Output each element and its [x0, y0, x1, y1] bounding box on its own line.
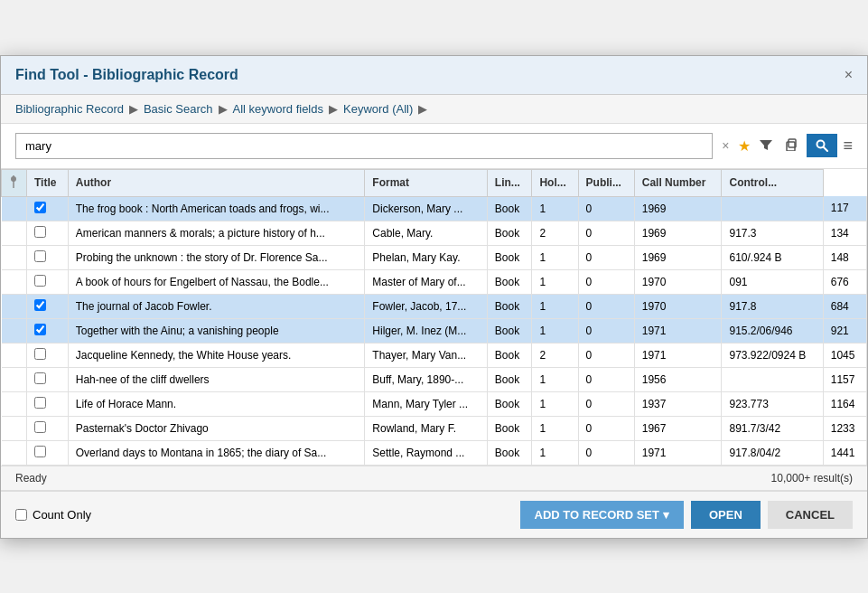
table-row[interactable]: Together with the Ainu; a vanishing peop…	[2, 318, 867, 343]
row-format: Book	[487, 391, 532, 416]
open-button[interactable]: OPEN	[691, 501, 761, 529]
row-check-cell[interactable]	[27, 221, 69, 245]
col-pin	[2, 169, 27, 196]
breadcrumb-sep-0: ▶	[129, 102, 138, 116]
table-row[interactable]: Pasternak's Doctor Zhivago Rowland, Mary…	[2, 416, 867, 440]
row-pin-cell	[2, 245, 27, 269]
find-tool-dialog: Find Tool - Bibliographic Record × Bibli…	[0, 55, 868, 539]
row-callnum	[722, 196, 823, 221]
clear-search-button[interactable]: ×	[718, 135, 733, 156]
filter-icon	[760, 138, 772, 151]
table-row[interactable]: A book of hours for Engelbert of Nassau,…	[2, 269, 867, 294]
row-checkbox[interactable]	[34, 324, 46, 335]
close-button[interactable]: ×	[845, 67, 853, 83]
search-execute-button[interactable]	[807, 134, 837, 157]
row-checkbox[interactable]	[34, 299, 46, 311]
dialog-title: Find Tool - Bibliographic Record	[15, 67, 238, 83]
row-control: 1233	[823, 416, 866, 440]
row-hol: 0	[578, 440, 634, 465]
filter-button[interactable]	[756, 135, 776, 157]
row-author: Dickerson, Mary ...	[365, 196, 488, 221]
table-row[interactable]: Overland days to Montana in 1865; the di…	[2, 440, 867, 465]
row-pin-cell	[2, 440, 27, 465]
table-row[interactable]: The journal of Jacob Fowler. Fowler, Jac…	[2, 294, 867, 318]
col-author[interactable]: Author	[68, 169, 365, 196]
row-check-cell[interactable]	[27, 196, 69, 221]
breadcrumb-sep-2: ▶	[329, 102, 338, 116]
copy-button[interactable]	[781, 135, 801, 157]
row-check-cell[interactable]	[27, 318, 69, 343]
row-author: Cable, Mary.	[365, 221, 488, 245]
row-check-cell[interactable]	[27, 391, 69, 416]
col-callnum[interactable]: Call Number	[634, 169, 722, 196]
row-checkbox[interactable]	[34, 397, 46, 409]
row-checkbox[interactable]	[34, 202, 46, 213]
col-title[interactable]: Title	[27, 169, 69, 196]
row-checkbox[interactable]	[34, 446, 46, 457]
col-lin[interactable]: Lin...	[487, 169, 532, 196]
breadcrumb-sep-1: ▶	[219, 102, 228, 116]
count-only-text: Count Only	[33, 508, 91, 522]
svg-marker-0	[760, 140, 772, 150]
svg-line-4	[824, 147, 828, 152]
breadcrumb-item-1[interactable]: Basic Search	[144, 102, 213, 116]
row-checkbox[interactable]	[34, 348, 46, 360]
row-callnum: 610/.924 B	[722, 245, 823, 269]
table-row[interactable]: Life of Horace Mann. Mann, Mary Tyler ..…	[2, 391, 867, 416]
row-hol: 0	[578, 245, 634, 269]
col-hol[interactable]: Hol...	[532, 169, 578, 196]
cancel-button[interactable]: CANCEL	[768, 501, 853, 529]
results-table-container[interactable]: Title Author Format Lin... Hol... Publi.…	[1, 169, 867, 466]
col-publi[interactable]: Publi...	[578, 169, 634, 196]
table-row[interactable]: The frog book : North American toads and…	[2, 196, 867, 221]
search-input[interactable]	[15, 133, 713, 159]
row-control: 921	[823, 318, 866, 343]
count-only-label[interactable]: Count Only	[15, 508, 91, 522]
status-bar: Ready 10,000+ result(s)	[1, 466, 867, 491]
breadcrumb-item-0[interactable]: Bibliographic Record	[15, 102, 124, 116]
row-lin: 1	[532, 367, 578, 391]
row-checkbox[interactable]	[34, 250, 46, 262]
row-author: Settle, Raymond ...	[365, 440, 488, 465]
table-row[interactable]: American manners & morals; a picture his…	[2, 221, 867, 245]
row-hol: 0	[578, 196, 634, 221]
row-check-cell[interactable]	[27, 343, 69, 367]
row-check-cell[interactable]	[27, 245, 69, 269]
col-format[interactable]: Format	[365, 169, 488, 196]
row-title: American manners & morals; a picture his…	[68, 221, 365, 245]
row-checkbox[interactable]	[34, 372, 46, 384]
row-title: The journal of Jacob Fowler.	[68, 294, 365, 318]
row-publi: 1969	[634, 196, 722, 221]
row-lin: 1	[532, 318, 578, 343]
col-control[interactable]: Control...	[722, 169, 823, 196]
footer-buttons: ADD TO RECORD SET ▾ OPEN CANCEL	[520, 501, 853, 529]
row-pin-cell	[2, 343, 27, 367]
row-hol: 0	[578, 294, 634, 318]
breadcrumb-item-3[interactable]: Keyword (All)	[343, 102, 413, 116]
row-checkbox[interactable]	[34, 275, 46, 287]
row-callnum: 973.922/0924 B	[722, 343, 823, 367]
count-only-checkbox[interactable]	[15, 509, 27, 521]
results-count: 10,000+ result(s)	[771, 472, 853, 485]
row-publi: 1969	[634, 221, 722, 245]
breadcrumb-item-2[interactable]: All keyword fields	[233, 102, 323, 116]
table-row[interactable]: Hah-nee of the cliff dwellers Buff, Mary…	[2, 367, 867, 391]
row-format: Book	[487, 318, 532, 343]
row-check-cell[interactable]	[27, 367, 69, 391]
row-check-cell[interactable]	[27, 416, 69, 440]
row-callnum: 917.8/04/2	[722, 440, 823, 465]
status-text: Ready	[15, 472, 47, 485]
table-row[interactable]: Probing the unknown : the story of Dr. F…	[2, 245, 867, 269]
row-control: 1164	[823, 391, 866, 416]
add-to-record-set-button[interactable]: ADD TO RECORD SET ▾	[520, 501, 684, 529]
menu-button[interactable]: ≡	[843, 136, 853, 155]
row-checkbox[interactable]	[34, 421, 46, 433]
table-row[interactable]: Jacqueline Kennedy, the White House year…	[2, 343, 867, 367]
row-format: Book	[487, 196, 532, 221]
row-check-cell[interactable]	[27, 269, 69, 294]
row-checkbox[interactable]	[34, 226, 46, 238]
row-check-cell[interactable]	[27, 294, 69, 318]
star-button[interactable]: ★	[738, 137, 751, 155]
row-title: Jacqueline Kennedy, the White House year…	[68, 343, 365, 367]
row-check-cell[interactable]	[27, 440, 69, 465]
